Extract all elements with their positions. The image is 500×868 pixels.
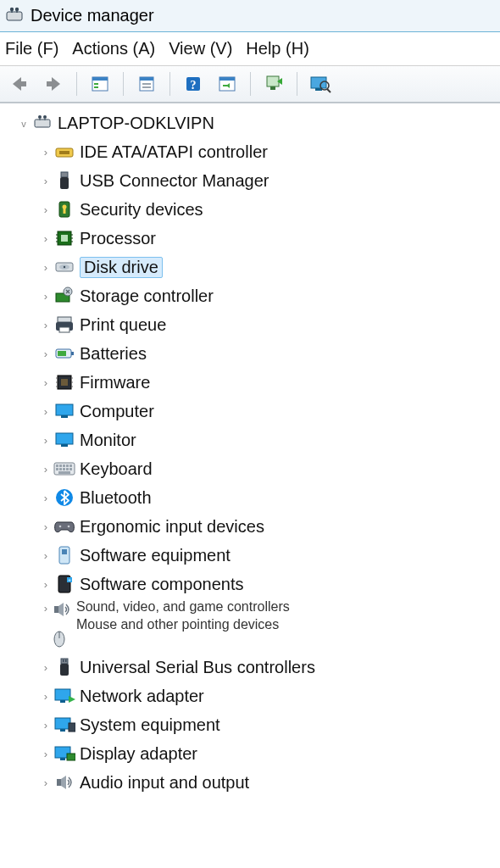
tree-category-4[interactable]: Disk drive [5,253,500,281]
svg-point-27 [38,115,42,119]
expand-toggle-icon[interactable] [39,232,53,245]
svg-rect-103 [67,754,75,760]
svg-rect-12 [140,77,153,81]
expand-toggle-icon[interactable] [39,146,53,159]
tree-category-0[interactable]: IDE ATA/ATAPI controller [5,137,500,166]
expand-toggle-icon[interactable] [39,492,53,504]
svg-rect-21 [270,86,275,90]
display-adapter-icon [53,745,76,762]
svg-rect-13 [142,83,151,85]
tree-category-9[interactable]: Computer [5,397,500,426]
expand-toggle-icon[interactable] [39,290,53,303]
toolbar-separator [297,72,297,96]
toolbar-separator [169,72,170,96]
tree-category-20[interactable]: Display adapter [5,739,500,768]
svg-rect-37 [64,209,66,214]
tree-category-11[interactable]: Keyboard [5,454,500,483]
tree-category-2[interactable]: Security devices [5,195,500,224]
device-tree[interactable]: LAPTOP-ODKLVIPN IDE ATA/ATAPI controller… [0,103,500,797]
svg-rect-99 [60,729,65,732]
toolbar-separator [250,72,251,96]
tree-category-18[interactable]: Network adapter [5,682,500,710]
svg-rect-67 [56,433,73,444]
expand-toggle-icon[interactable] [39,434,53,447]
security-device-icon [53,199,76,220]
svg-rect-92 [61,659,68,664]
back-button[interactable] [5,70,34,97]
expand-toggle-icon[interactable] [39,203,53,216]
tree-category-3[interactable]: Processor [5,224,500,253]
speaker-icon [53,773,76,792]
expand-toggle-icon[interactable] [39,719,53,732]
tree-category-21[interactable]: Audio input and output [5,768,500,797]
scan-hardware-button[interactable] [259,70,288,97]
expand-toggle-icon[interactable] [39,578,53,591]
mouse-icon [53,629,71,653]
menu-actions[interactable]: Actions (A) [72,39,155,58]
tree-category-10[interactable]: Monitor [5,426,500,454]
expand-toggle-icon[interactable] [39,261,53,274]
svg-rect-33 [61,172,68,177]
tree-category-17[interactable]: Universal Serial Bus controllers [5,653,500,682]
svg-rect-8 [92,77,108,81]
tree-category-13[interactable]: Ergonomic input devices [5,512,500,541]
processor-icon [53,229,76,248]
tree-category-label: Print queue [80,315,166,335]
tree-category-6[interactable]: Print queue [5,310,500,339]
expand-toggle-icon[interactable] [39,405,53,418]
expand-toggle-icon[interactable] [39,690,53,703]
storage-controller-icon [53,287,76,305]
menu-view[interactable]: View (V) [169,39,232,58]
menu-file[interactable]: File (F) [5,39,58,58]
tree-category-15[interactable]: +Software components [5,570,500,598]
devices-by-connection-button[interactable] [306,70,335,97]
action-button[interactable] [213,70,242,97]
tree-category-19[interactable]: System equipment [5,710,500,739]
toolbar: ? [0,66,500,103]
expand-toggle-icon[interactable] [39,319,53,331]
menu-help[interactable]: Help (H) [246,39,308,58]
expand-toggle-icon[interactable] [39,463,53,476]
svg-point-28 [43,115,47,119]
expand-toggle-icon[interactable] [39,348,53,360]
expand-toggle-icon[interactable] [39,602,53,615]
tree-category-14[interactable]: Software equipment [5,541,500,570]
forward-button[interactable] [39,70,68,97]
tree-category-label: Storage controller [80,287,214,306]
expand-toggle-icon[interactable] [39,175,53,187]
tree-root[interactable]: LAPTOP-ODKLVIPN [5,108,500,137]
svg-rect-32 [59,151,69,154]
menubar: File (F) Actions (A) View (V) Help (H) [0,32,500,66]
svg-rect-85 [62,549,67,554]
svg-point-2 [15,7,19,10]
printer-icon [53,315,76,334]
battery-icon [53,346,76,361]
expand-toggle-icon[interactable] [39,661,53,674]
svg-rect-34 [60,177,69,189]
tree-category-12[interactable]: Bluetooth [5,483,500,512]
expand-toggle-icon[interactable] [39,748,53,760]
tree-category-8[interactable]: Firmware [5,368,500,397]
expand-toggle-icon[interactable] [17,117,31,130]
tree-category-1[interactable]: USB Connector Manager [5,166,500,195]
expand-toggle-icon[interactable] [39,376,53,389]
tree-category-label: Batteries [80,344,147,364]
svg-rect-68 [61,444,68,447]
expand-toggle-icon[interactable] [39,549,53,562]
svg-rect-5 [19,81,26,86]
tree-category-16[interactable]: Sound, video, and game controllers Mouse… [5,598,500,653]
tree-category-label: System equipment [80,715,220,735]
properties-button[interactable] [132,70,161,97]
tree-category-7[interactable]: Batteries [5,339,500,368]
tree-category-5[interactable]: Storage controller [5,281,500,310]
svg-rect-56 [58,351,66,356]
svg-point-36 [63,205,67,209]
svg-rect-51 [58,317,71,322]
svg-rect-97 [60,700,65,703]
show-hide-console-tree-button[interactable] [86,70,114,97]
expand-toggle-icon[interactable] [39,520,53,533]
expand-toggle-icon[interactable] [39,776,53,789]
svg-rect-58 [61,379,68,386]
svg-rect-18 [219,77,235,81]
help-button[interactable]: ? [179,70,208,97]
